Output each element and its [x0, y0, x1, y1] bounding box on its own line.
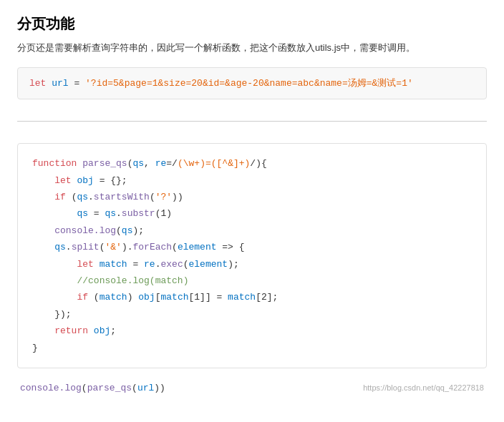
- url-string: '?id=5&page=1&size=20&id=&age-20&name=ab…: [85, 78, 413, 89]
- if-kw-2: if: [77, 292, 88, 303]
- match1: match: [160, 292, 188, 303]
- let-kw-3: let: [77, 259, 93, 270]
- console-call-line: console.log(parse_qs(url)): [20, 383, 165, 393]
- code-line-5: console.log(qs);: [32, 222, 472, 239]
- obj-ref2: obj: [94, 325, 110, 336]
- main-code-block: function parse_qs(qs, re=/(\w+)=([^&]+)/…: [17, 143, 487, 368]
- element-ref: element: [189, 259, 228, 270]
- match-ref: match: [100, 292, 127, 303]
- code-line-2: let obj = {};: [32, 172, 472, 189]
- exec-method: exec: [160, 259, 183, 270]
- console-log-1: console.log: [54, 225, 116, 236]
- foreach-method: forEach: [132, 242, 172, 252]
- code-line-8: //console.log(match): [32, 273, 472, 289]
- match-var: match: [100, 259, 127, 270]
- question-str: '?': [155, 192, 172, 202]
- parse-qs-call: parse_qs: [87, 383, 132, 393]
- qs-ref5: qs: [54, 242, 66, 252]
- code-line-10: });: [32, 306, 472, 323]
- obj-var: obj: [77, 175, 93, 186]
- url-var: url: [52, 78, 68, 89]
- code-line-1: function parse_qs(qs, re=/(\w+)=([^&]+)/…: [32, 155, 472, 172]
- code-line-12: }: [32, 340, 472, 356]
- param-re: re: [155, 158, 167, 169]
- if-kw: if: [54, 192, 66, 202]
- description: 分页还是需要解析查询字符串的，因此写一个解析函数，把这个函数放入utils.js…: [17, 41, 487, 56]
- console-log-final: console.log: [20, 383, 82, 393]
- regex-pattern: (\w+)=([^&]+): [178, 158, 250, 169]
- let-kw-2: let: [54, 175, 71, 186]
- code-line-3: if (qs.startsWith('?')): [32, 189, 472, 205]
- code-line-6: qs.split('&').forEach(element => {: [32, 239, 472, 255]
- bottom-row: console.log(parse_qs(url)) https://blog.…: [17, 383, 487, 393]
- obj-ref: obj: [138, 292, 155, 303]
- page-wrapper: 分页功能 分页还是需要解析查询字符串的，因此写一个解析函数，把这个函数放入uti…: [0, 0, 504, 408]
- code-line-11: return obj;: [32, 323, 472, 339]
- function-name: parse_qs: [82, 158, 127, 169]
- param-qs: qs: [132, 158, 144, 169]
- qs-ref: qs: [77, 192, 88, 202]
- function-keyword: function: [32, 158, 77, 169]
- page-title: 分页功能: [17, 14, 487, 34]
- element-param: element: [178, 242, 217, 252]
- substr-method: substr: [122, 208, 155, 219]
- top-code-line: let url = '?id=5&page=1&size=20&id=&age-…: [29, 78, 413, 89]
- comment-line: //console.log(match): [77, 275, 188, 286]
- watermark: https://blog.csdn.net/qq_42227818: [363, 383, 484, 392]
- qs-ref3: qs: [105, 208, 116, 219]
- url-ref: url: [137, 383, 154, 393]
- qs-ref2: qs: [77, 208, 88, 219]
- return-kw: return: [54, 325, 88, 336]
- code-line-4: qs = qs.substr(1): [32, 205, 472, 222]
- code-line-7: let match = re.exec(element);: [32, 256, 472, 273]
- let-keyword: let: [29, 78, 46, 89]
- match2: match: [228, 292, 256, 303]
- amp-str: '&': [105, 242, 121, 252]
- qs-ref4: qs: [122, 225, 133, 236]
- code-line-9: if (match) obj[match[1]] = match[2];: [32, 289, 472, 305]
- split-method: split: [72, 242, 100, 252]
- top-code-block: let url = '?id=5&page=1&size=20&id=&age-…: [17, 67, 487, 100]
- startswith-method: startsWith: [94, 192, 150, 202]
- horizontal-divider: [17, 121, 487, 122]
- re-ref: re: [144, 259, 155, 270]
